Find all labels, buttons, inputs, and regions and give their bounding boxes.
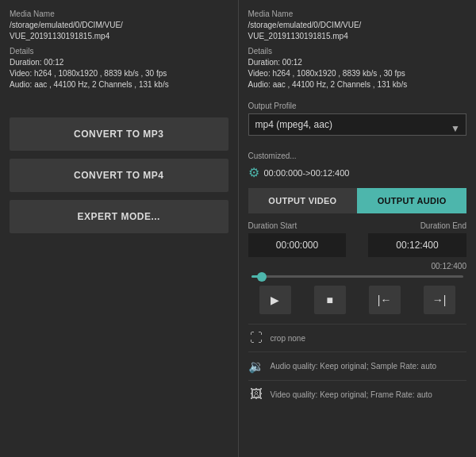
slider-row[interactable] [248, 275, 467, 278]
output-profile-label: Output Profile [248, 102, 467, 110]
play-icon: ▶ [271, 294, 279, 306]
stop-icon: ■ [327, 294, 333, 306]
output-profile-select[interactable]: mp4 (mpeg4, aac) [248, 113, 467, 136]
expert-mode-button[interactable]: EXPERT MODE... [10, 200, 228, 233]
audio-quality-label: Audio quality: Keep original; Sample Rat… [271, 362, 437, 371]
time-range-text: 00:00:000->00:12:400 [264, 168, 350, 178]
tab-buttons: OUTPUT VIDEO OUTPUT AUDIO [248, 188, 467, 213]
left-audio-info: Audio: aac , 44100 Hz, 2 Channels , 131 … [10, 79, 228, 90]
left-duration: Duration: 00:12 [10, 57, 228, 68]
to-start-button[interactable]: |← [369, 286, 401, 314]
slider-thumb[interactable] [257, 272, 267, 282]
duration-end-col: Duration End 00:12:400 [357, 221, 466, 257]
audio-quality-icon: 🔉 [248, 359, 264, 374]
to-end-button[interactable]: →| [424, 286, 455, 314]
control-buttons: ▶ ■ |← →| [248, 286, 467, 314]
right-details-label: Details [248, 47, 467, 56]
duration-start-col: Duration Start 00:00:000 [248, 221, 358, 257]
time-range-icon: ⚙ [248, 165, 259, 180]
duration-end-value[interactable]: 00:12:400 [368, 233, 466, 257]
right-media-info: Media Name /storage/emulated/0/DCIM/VUE/… [248, 10, 467, 90]
left-media-name-label: Media Name [10, 10, 228, 18]
left-video-info: Video: h264 , 1080x1920 , 8839 kb/s , 30… [10, 68, 228, 79]
total-time: 00:12:400 [248, 262, 467, 271]
duration-row: Duration Start 00:00:000 Duration End 00… [248, 221, 467, 257]
right-panel: Media Name /storage/emulated/0/DCIM/VUE/… [239, 0, 477, 457]
stop-button[interactable]: ■ [314, 286, 346, 314]
convert-buttons-group: CONVERT TO MP3 CONVERT TO MP4 EXPERT MOD… [10, 117, 228, 233]
to-end-icon: →| [432, 294, 447, 306]
slider-track[interactable] [251, 275, 464, 278]
right-video-info: Video: h264 , 1080x1920 , 8839 kb/s , 30… [248, 68, 467, 79]
right-audio-info: Audio: aac , 44100 Hz, 2 Channels , 131 … [248, 79, 467, 90]
right-media-name-label: Media Name [248, 10, 467, 18]
video-quality-option-row[interactable]: 🖼 Video quality: Keep original; Frame Ra… [248, 380, 467, 408]
video-quality-label: Video quality: Keep original; Frame Rate… [271, 390, 432, 399]
audio-quality-option-row[interactable]: 🔉 Audio quality: Keep original; Sample R… [248, 351, 467, 380]
left-details-label: Details [10, 47, 228, 56]
left-media-path: /storage/emulated/0/DCIM/VUE/ VUE_201911… [10, 20, 228, 42]
crop-label: crop none [271, 334, 305, 343]
duration-start-label: Duration Start [248, 221, 358, 230]
time-range-row: ⚙ 00:00:000->00:12:400 [248, 165, 467, 180]
right-media-path: /storage/emulated/0/DCIM/VUE/ VUE_201911… [248, 20, 467, 42]
duration-end-label: Duration End [420, 221, 466, 230]
video-quality-icon: 🖼 [248, 387, 264, 401]
to-start-icon: |← [378, 294, 392, 306]
tab-output-video-button[interactable]: OUTPUT VIDEO [248, 188, 358, 213]
play-button[interactable]: ▶ [259, 286, 291, 314]
left-panel: Media Name /storage/emulated/0/DCIM/VUE/… [0, 0, 239, 457]
crop-icon: ⛶ [248, 331, 264, 345]
right-duration: Duration: 00:12 [248, 57, 467, 68]
convert-to-mp4-button[interactable]: CONVERT TO MP4 [10, 159, 228, 192]
tab-output-audio-button[interactable]: OUTPUT AUDIO [357, 188, 466, 213]
customized-label: Customized... [248, 152, 467, 160]
convert-to-mp3-button[interactable]: CONVERT TO MP3 [10, 117, 228, 151]
duration-start-value[interactable]: 00:00:000 [248, 233, 347, 257]
output-profile-wrapper: mp4 (mpeg4, aac) ▼ [248, 113, 467, 144]
crop-option-row[interactable]: ⛶ crop none [248, 324, 467, 351]
left-media-info: Media Name /storage/emulated/0/DCIM/VUE/… [10, 10, 228, 90]
